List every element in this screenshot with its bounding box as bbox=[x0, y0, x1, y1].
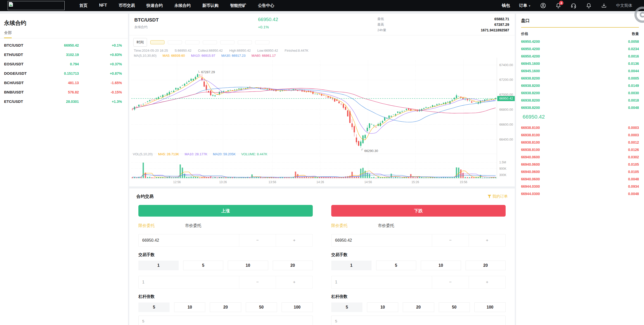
order-book-row[interactable]: 66938.8100 0.0003 bbox=[521, 131, 639, 139]
leverage-option[interactable]: 20 bbox=[210, 302, 241, 312]
order-book-row[interactable]: 66944.0300 0.0934 bbox=[521, 183, 639, 190]
tab-market-order[interactable]: 市价委托 bbox=[185, 223, 201, 228]
order-book-row[interactable]: 66945.1600 0.0044 bbox=[521, 67, 639, 74]
order-book-row[interactable]: 66938.8200 0.0048 bbox=[521, 104, 639, 111]
download-icon[interactable] bbox=[601, 3, 607, 9]
notification-bell-icon[interactable]: 4 bbox=[555, 3, 561, 9]
lot-option[interactable]: 10 bbox=[421, 261, 461, 270]
pair-price: 3102.19 bbox=[52, 53, 79, 57]
order-quantity: 0.0048 bbox=[628, 177, 639, 181]
lot-option[interactable]: 5 bbox=[376, 261, 416, 270]
tab-all[interactable]: 全部 bbox=[4, 30, 12, 38]
nav-menu-item[interactable]: 快速合约 bbox=[146, 3, 163, 8]
pair-change: -0.15% bbox=[79, 90, 122, 94]
contract-trade-section: 合约交易 我的订单 上涨 限价委托 市价委托 66950.42 − bbox=[129, 188, 515, 325]
order-book-row[interactable]: 66940.0600 0.0105 bbox=[521, 168, 639, 175]
order-book-row[interactable]: 66938.8100 0.0012 bbox=[521, 139, 639, 146]
top-nav: 首页NFT币币交易快速合约永续合约新币认购智能挖矿公告中心 钱包 订单▼ 4 中… bbox=[0, 0, 644, 11]
amount-plus-button[interactable]: + bbox=[469, 276, 505, 288]
leverage-input[interactable]: 5 bbox=[138, 316, 313, 325]
price-minus-button[interactable]: − bbox=[432, 234, 469, 246]
support-headset-icon[interactable] bbox=[571, 3, 577, 9]
wallet-link[interactable]: 钱包 bbox=[502, 3, 510, 8]
order-book-row[interactable]: 66938.8100 0.0126 bbox=[521, 146, 639, 153]
amount-input[interactable]: 1 bbox=[332, 276, 432, 288]
leverage-option[interactable]: 5 bbox=[331, 302, 362, 312]
nav-menu-item[interactable]: NFT bbox=[99, 3, 107, 8]
candlestick-chart[interactable]: 66950.4267400.0067200.0067000.0066800.00… bbox=[129, 58, 515, 186]
order-book-row[interactable]: 66940.0600 0.0302 bbox=[521, 153, 639, 161]
order-book-row[interactable]: 66950.4200 0.0234 bbox=[521, 45, 639, 52]
order-book-row[interactable]: 66950.4200 0.0058 bbox=[521, 38, 639, 45]
bell-icon[interactable] bbox=[586, 3, 592, 9]
interval-button[interactable] bbox=[185, 40, 199, 44]
price-minus-button[interactable]: − bbox=[239, 234, 276, 246]
order-book-row[interactable]: 66938.8200 0.0030 bbox=[521, 89, 639, 97]
order-book-row[interactable]: 66945.1600 0.0136 bbox=[521, 60, 639, 67]
leverage-option[interactable]: 50 bbox=[439, 302, 470, 312]
lot-option[interactable]: 5 bbox=[183, 261, 224, 270]
price-input[interactable]: 66950.42 bbox=[139, 234, 239, 246]
buy-up-button[interactable]: 上涨 bbox=[138, 205, 313, 217]
interval-button[interactable] bbox=[220, 40, 234, 44]
price-plus-button[interactable]: + bbox=[276, 234, 312, 246]
pair-row[interactable]: BTC/USDT 66950.42 +0.1% bbox=[0, 41, 128, 50]
tab-limit-order[interactable]: 限价委托 bbox=[138, 223, 155, 228]
sell-down-button[interactable]: 下跌 bbox=[331, 205, 506, 217]
leverage-input[interactable]: 5 bbox=[331, 316, 506, 325]
pair-row[interactable]: EOS/USDT 0.794 +0.37% bbox=[0, 59, 128, 69]
amount-plus-button[interactable]: + bbox=[276, 276, 312, 288]
nav-menu-item[interactable]: 首页 bbox=[79, 3, 87, 8]
price-plus-button[interactable]: + bbox=[469, 234, 505, 246]
leverage-option[interactable]: 20 bbox=[403, 302, 434, 312]
order-book-row[interactable]: 66950.4200 0.0016 bbox=[521, 52, 639, 60]
order-book-row[interactable]: 66938.8200 0.0018 bbox=[521, 97, 639, 104]
svg-text:14:26: 14:26 bbox=[316, 180, 324, 184]
interval-button[interactable] bbox=[203, 40, 217, 44]
lot-option[interactable]: 20 bbox=[273, 261, 313, 270]
interval-button[interactable] bbox=[168, 40, 182, 44]
leverage-option[interactable]: 10 bbox=[174, 302, 205, 312]
nav-menu-item[interactable]: 公告中心 bbox=[258, 3, 274, 8]
order-book-row[interactable]: 66938.8200 0.0149 bbox=[521, 82, 639, 89]
order-book-last-price: 66950.42 bbox=[521, 111, 639, 122]
leverage-option[interactable]: 10 bbox=[367, 302, 398, 312]
lot-option[interactable]: 10 bbox=[228, 261, 268, 270]
order-book-row[interactable]: 66938.8100 0.0003 bbox=[521, 124, 639, 131]
leverage-option[interactable]: 5 bbox=[138, 302, 170, 312]
interval-button[interactable] bbox=[150, 40, 164, 44]
pair-row[interactable]: ETH/USDT 3102.19 +0.83% bbox=[0, 50, 128, 59]
pair-row[interactable]: BCH/USDT 481.13 -1.65% bbox=[0, 78, 128, 87]
nav-menu-item[interactable]: 新币认购 bbox=[202, 3, 218, 8]
order-book-row[interactable]: 66944.0300 0.0048 bbox=[521, 190, 639, 197]
amount-minus-button[interactable]: − bbox=[432, 276, 469, 288]
user-avatar-icon[interactable] bbox=[540, 3, 546, 9]
pair-change: +0.83% bbox=[79, 53, 122, 57]
my-orders-link[interactable]: 我的订单 bbox=[488, 194, 508, 199]
order-book-row[interactable]: 66940.0600 0.0048 bbox=[521, 175, 639, 183]
leverage-option[interactable]: 100 bbox=[474, 302, 506, 312]
interval-button[interactable] bbox=[255, 40, 269, 44]
nav-menu-item[interactable]: 永续合约 bbox=[174, 3, 191, 8]
logo[interactable] bbox=[8, 1, 65, 10]
order-book-row[interactable]: 66940.0600 0.0105 bbox=[521, 161, 639, 168]
amount-minus-button[interactable]: − bbox=[239, 276, 276, 288]
orders-dropdown[interactable]: 订单▼ bbox=[519, 3, 531, 8]
nav-menu-item[interactable]: 智能挖矿 bbox=[230, 3, 246, 8]
leverage-option[interactable]: 100 bbox=[282, 302, 313, 312]
leverage-option[interactable]: 50 bbox=[246, 302, 277, 312]
pair-row[interactable]: BNB/USDT 576.82 -0.15% bbox=[0, 87, 128, 97]
lot-option[interactable]: 1 bbox=[138, 261, 179, 270]
pair-row[interactable]: ETC/USDT 28.0301 +1.3% bbox=[0, 97, 128, 106]
order-book-row[interactable]: 66938.8200 0.0005 bbox=[521, 74, 639, 82]
lot-option[interactable]: 20 bbox=[466, 261, 506, 270]
language-selector[interactable]: 中文简体 bbox=[616, 3, 632, 8]
nav-menu-item[interactable]: 币币交易 bbox=[119, 3, 135, 8]
pair-row[interactable]: DOGE/USDT 0.151713 +0.87% bbox=[0, 69, 128, 78]
lot-option[interactable]: 1 bbox=[331, 261, 372, 270]
tab-limit-order[interactable]: 限价委托 bbox=[331, 223, 347, 228]
price-input[interactable]: 66950.42 bbox=[332, 234, 432, 246]
interval-button[interactable] bbox=[238, 40, 252, 44]
amount-input[interactable]: 1 bbox=[139, 276, 239, 288]
tab-market-order[interactable]: 市价委托 bbox=[378, 223, 394, 228]
